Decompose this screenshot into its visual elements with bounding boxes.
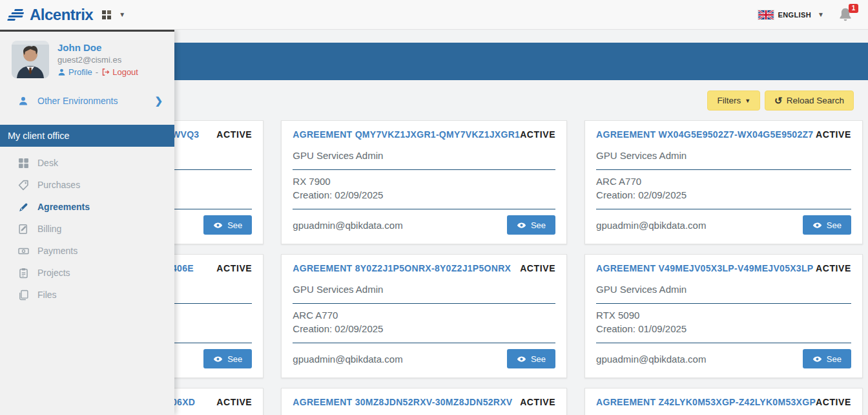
sidebar-item-purchases[interactable]: Purchases — [0, 174, 174, 196]
user-name[interactable]: John Doe — [57, 42, 138, 53]
sidebar-item-desk[interactable]: Desk — [0, 152, 174, 174]
agreement-org: GPU Services Admin — [596, 284, 851, 295]
pen-icon — [18, 202, 29, 213]
status-badge: ACTIVE — [816, 397, 851, 407]
logo-text: Alcentrix — [30, 6, 93, 24]
see-button[interactable]: See — [507, 215, 555, 235]
language-selector[interactable]: ENGLISH ▼ — [758, 10, 824, 19]
divider — [293, 343, 555, 343]
agreement-title[interactable]: AGREEMENT Z42LYK0M53XGP-Z42LYK0M53XGP — [596, 397, 816, 407]
agreement-title[interactable]: AGREEMENT 30MZ8JDN52RXV-30MZ8JDN52RXV — [293, 397, 512, 407]
status-badge: ACTIVE — [520, 397, 555, 407]
logout-icon — [101, 68, 110, 76]
agreement-title[interactable]: AGREEMENT QMY7VKZ1JXGR1-QMY7VKZ1JXGR1 — [293, 129, 520, 140]
app-logo[interactable]: Alcentrix ▼ — [9, 6, 125, 24]
search-toolbar: Filters ▼ ↺ Reload Search — [707, 90, 854, 111]
sidebar-item-projects[interactable]: Projects — [0, 262, 174, 284]
apps-grid-icon[interactable] — [102, 10, 111, 19]
files-icon — [18, 290, 29, 301]
profile-link[interactable]: Profile — [57, 67, 92, 77]
see-button[interactable]: See — [507, 349, 555, 368]
see-button[interactable]: See — [203, 349, 252, 368]
agreement-card: AGREEMENT Z42LYK0M53XGP-Z42LYK0M53XGP AC… — [584, 388, 863, 415]
status-badge: ACTIVE — [216, 129, 252, 140]
sidebar-item-billing[interactable]: Billing — [0, 218, 174, 240]
see-label: See — [827, 354, 842, 364]
language-label: ENGLISH — [778, 11, 811, 19]
logo-bars-icon — [7, 9, 25, 21]
agreement-email: gpuadmin@qbikdata.com — [596, 354, 706, 365]
status-badge: ACTIVE — [216, 263, 252, 273]
filters-label: Filters — [717, 96, 741, 105]
agreement-product: RTX 5090 — [596, 310, 851, 321]
top-navbar: Alcentrix ▼ ENGLISH ▼ 1 — [0, 0, 868, 30]
agreement-card: AGREEMENT 8Y0Z2J1P5ONRX-8Y0Z2J1P5ONRX AC… — [281, 254, 567, 378]
divider — [596, 169, 851, 170]
notification-count-badge: 1 — [849, 4, 858, 13]
agreement-org: GPU Services Admin — [293, 284, 555, 295]
agreement-card: AGREEMENT V49MEJV05X3LP-V49MEJV05X3LP AC… — [584, 254, 863, 378]
notifications-button[interactable]: 1 — [837, 6, 854, 23]
agreement-title[interactable]: AGREEMENT 8Y0Z2J1P5ONRX-8Y0Z2J1P5ONRX — [293, 263, 511, 273]
see-button[interactable]: See — [203, 215, 252, 235]
person-icon — [57, 68, 66, 76]
person-icon — [18, 96, 28, 106]
see-label: See — [531, 220, 546, 230]
user-email: guest2@cismi.es — [57, 55, 138, 65]
agreement-title[interactable]: AGREEMENT WX04G5E9502Z7-WX04G5E9502Z7 — [596, 129, 813, 140]
see-button[interactable]: See — [803, 349, 851, 368]
links-separator: - — [96, 67, 98, 77]
sidebar-section-title: My client office — [0, 125, 174, 147]
agreement-creation-date: Creation: 02/09/2025 — [293, 323, 555, 335]
see-label: See — [827, 220, 842, 230]
status-badge: ACTIVE — [816, 263, 851, 273]
agreement-creation-date: Creation: 01/09/2025 — [596, 323, 851, 335]
other-environments-item[interactable]: Other Environments ❯ — [0, 85, 174, 117]
banknote-icon — [18, 246, 29, 257]
agreement-email: gpuadmin@qbikdata.com — [293, 354, 402, 365]
chevron-down-icon: ▼ — [745, 98, 750, 104]
desk-grid-icon — [18, 158, 29, 169]
chevron-down-icon[interactable]: ▼ — [119, 11, 125, 18]
agreement-org: GPU Services Admin — [596, 150, 851, 162]
eye-icon — [213, 220, 223, 230]
agreement-email: gpuadmin@qbikdata.com — [293, 220, 402, 231]
eye-icon — [812, 220, 822, 230]
eye-icon — [213, 354, 223, 364]
chevron-down-icon: ▼ — [818, 11, 824, 18]
reload-icon: ↺ — [774, 96, 783, 105]
chevron-right-icon: ❯ — [154, 95, 163, 107]
agreement-product: ARC A770 — [293, 310, 555, 321]
agreement-card: AGREEMENT 30MZ8JDN52RXV-30MZ8JDN52RXV AC… — [281, 388, 567, 415]
divider — [596, 343, 851, 343]
agreement-card: AGREEMENT QMY7VKZ1JXGR1-QMY7VKZ1JXGR1 AC… — [281, 120, 567, 244]
agreement-creation-date: Creation: 02/09/2025 — [293, 189, 555, 201]
eye-icon — [812, 354, 822, 364]
sidebar-item-agreements[interactable]: Agreements — [0, 196, 174, 218]
tag-icon — [18, 180, 29, 191]
see-label: See — [227, 354, 242, 364]
divider — [596, 209, 851, 209]
reload-search-button[interactable]: ↺ Reload Search — [765, 90, 854, 111]
other-environments-label: Other Environments — [37, 96, 154, 106]
avatar — [12, 41, 49, 78]
agreement-creation-date: Creation: 02/09/2025 — [596, 189, 851, 201]
billing-doc-icon — [18, 224, 29, 235]
agreement-org: GPU Services Admin — [293, 150, 555, 162]
divider — [293, 209, 555, 209]
sidebar-item-files[interactable]: Files — [0, 284, 174, 306]
uk-flag-icon — [758, 10, 774, 19]
agreement-email: gpuadmin@qbikdata.com — [596, 220, 706, 231]
reload-search-label: Reload Search — [787, 96, 844, 105]
logout-link[interactable]: Logout — [101, 67, 138, 77]
status-badge: ACTIVE — [816, 129, 851, 140]
agreement-title[interactable]: AGREEMENT V49MEJV05X3LP-V49MEJV05X3LP — [596, 263, 813, 273]
see-button[interactable]: See — [803, 215, 851, 235]
agreement-product: ARC A770 — [596, 176, 851, 187]
divider — [596, 303, 851, 304]
filters-button[interactable]: Filters ▼ — [707, 90, 760, 111]
sidebar-item-payments[interactable]: Payments — [0, 240, 174, 262]
clipboard-icon — [18, 268, 29, 279]
see-label: See — [531, 354, 546, 364]
status-badge: ACTIVE — [216, 397, 252, 407]
